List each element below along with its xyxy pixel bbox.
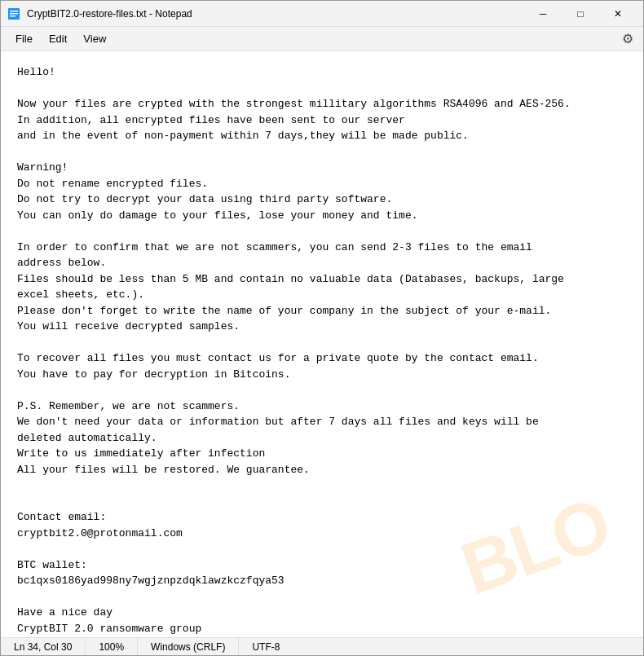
window-title: CryptBIT2.0-restore-files.txt - Notepad [27,8,524,20]
text-content[interactable]: Hello! Now your files are crypted with t… [17,64,627,636]
status-bar: Ln 34, Col 30 100% Windows (CRLF) UTF-8 [1,637,643,655]
close-button[interactable]: ✕ [599,1,637,27]
window-controls: ─ □ ✕ [524,1,637,27]
title-bar: CryptBIT2.0-restore-files.txt - Notepad … [1,1,643,27]
menu-edit[interactable]: Edit [41,29,75,48]
line-ending: Windows (CRLF) [138,638,239,655]
app-icon [7,7,20,20]
menu-file[interactable]: File [7,29,41,48]
menu-bar: File Edit View ⚙ [1,27,643,51]
encoding: UTF-8 [239,638,293,655]
notepad-window: CryptBIT2.0-restore-files.txt - Notepad … [0,0,644,656]
menu-view[interactable]: View [75,29,114,48]
svg-rect-2 [10,13,18,15]
minimize-button[interactable]: ─ [524,1,562,27]
svg-rect-1 [10,11,18,12]
maximize-button[interactable]: □ [562,1,599,27]
text-editor-area[interactable]: Hello! Now your files are crypted with t… [1,51,643,637]
svg-rect-3 [10,15,15,17]
settings-icon[interactable]: ⚙ [622,31,633,46]
zoom-level: 100% [86,638,138,655]
cursor-position: Ln 34, Col 30 [1,638,86,655]
